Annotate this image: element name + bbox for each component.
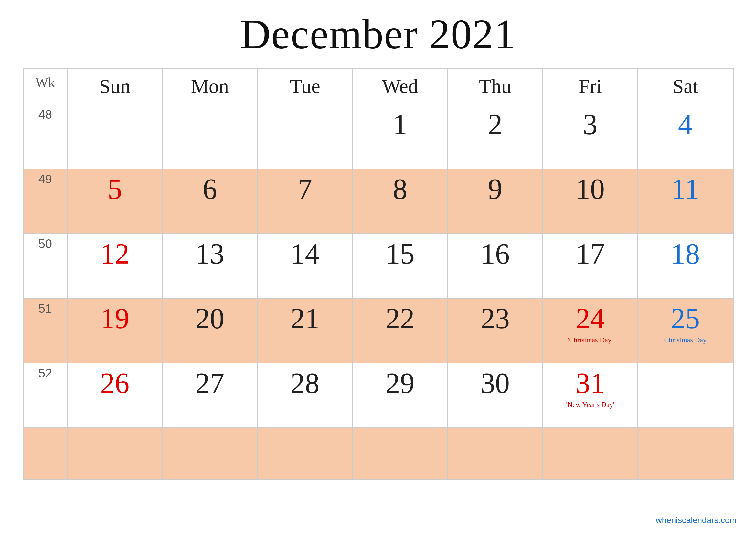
day-number: 28 <box>290 367 320 399</box>
day-cell: 1 <box>353 104 448 169</box>
header-wed: Wed <box>353 69 448 104</box>
day-number: 26 <box>100 367 129 399</box>
day-cell: 10 <box>543 169 638 234</box>
holiday-label: 'New Year's Day' <box>546 401 635 409</box>
day-cell: 29 <box>353 363 448 428</box>
day-cell: 9 <box>448 169 543 234</box>
watermark-text: wheniscalendars <box>656 515 718 525</box>
day-cell: 19 <box>67 298 162 363</box>
day-cell: 6 <box>162 169 257 234</box>
day-cell <box>162 104 257 169</box>
week-row: 51192021222324'Christmas Day'25Christmas… <box>23 298 733 363</box>
day-cell: 25Christmas Day <box>638 298 733 363</box>
empty-cell <box>543 428 638 479</box>
week-row: 481234 <box>23 104 733 169</box>
wk-cell: 48 <box>23 104 68 169</box>
day-cell: 13 <box>162 234 257 298</box>
day-cell: 14 <box>257 234 352 298</box>
day-number: 25 <box>671 302 700 334</box>
holiday-label: 'Christmas Day' <box>546 336 635 344</box>
week-row: 49567891011 <box>23 169 733 234</box>
day-cell: 2 <box>448 104 543 169</box>
day-number: 11 <box>671 173 699 205</box>
day-cell: 24'Christmas Day' <box>543 298 638 363</box>
day-number: 15 <box>386 238 415 270</box>
header-tue: Tue <box>257 69 352 104</box>
day-number: 20 <box>195 302 224 334</box>
day-number: 1 <box>393 108 407 140</box>
empty-cell <box>67 428 162 479</box>
day-number: 17 <box>576 238 605 270</box>
day-cell: 7 <box>257 169 352 234</box>
watermark-suffix: .com <box>718 515 737 525</box>
day-cell: 22 <box>353 298 448 363</box>
day-cell: 4 <box>638 104 733 169</box>
day-number: 22 <box>386 302 415 334</box>
calendar-table: Wk Sun Mon Tue Wed Thu Fri Sat 481234495… <box>23 68 734 480</box>
day-cell: 12 <box>67 234 162 298</box>
day-number: 24 <box>576 302 605 334</box>
watermark: wheniscalendars.com <box>656 515 737 525</box>
day-number: 9 <box>488 173 502 205</box>
day-number: 27 <box>195 367 224 399</box>
day-cell: 28 <box>257 363 352 428</box>
day-number: 16 <box>481 238 510 270</box>
day-cell: 30 <box>448 363 543 428</box>
empty-row <box>23 428 733 479</box>
header-sun: Sun <box>67 69 162 104</box>
day-number: 19 <box>100 302 129 334</box>
day-number: 14 <box>290 238 320 270</box>
day-number: 4 <box>678 108 693 140</box>
header-sat: Sat <box>638 69 733 104</box>
day-cell: 18 <box>638 234 733 298</box>
day-cell: 27 <box>162 363 257 428</box>
day-cell: 21 <box>257 298 352 363</box>
header-mon: Mon <box>162 69 257 104</box>
day-number: 2 <box>488 108 502 140</box>
day-cell <box>257 104 352 169</box>
empty-cell <box>448 428 543 479</box>
header-row: Wk Sun Mon Tue Wed Thu Fri Sat <box>23 69 733 104</box>
day-number: 12 <box>100 238 129 270</box>
day-cell: 3 <box>543 104 638 169</box>
day-number: 21 <box>290 302 320 334</box>
watermark-link[interactable]: wheniscalendars.com <box>656 515 737 525</box>
day-number: 18 <box>671 238 700 270</box>
day-cell: 23 <box>448 298 543 363</box>
day-cell: 26 <box>67 363 162 428</box>
day-cell: 17 <box>543 234 638 298</box>
calendar-title: December 2021 <box>23 10 734 58</box>
day-number: 6 <box>202 173 217 205</box>
day-cell: 15 <box>353 234 448 298</box>
empty-cell <box>162 428 257 479</box>
wk-cell: 51 <box>23 298 68 363</box>
day-number: 23 <box>481 302 510 334</box>
day-number: 5 <box>108 173 122 205</box>
empty-cell <box>257 428 352 479</box>
header-thu: Thu <box>448 69 543 104</box>
wk-cell: 52 <box>23 363 68 428</box>
week-row: 5012131415161718 <box>23 234 733 298</box>
day-cell: 16 <box>448 234 543 298</box>
empty-cell <box>638 428 733 479</box>
day-number: 3 <box>583 108 598 140</box>
day-cell: 8 <box>353 169 448 234</box>
week-row: 52262728293031'New Year's Day' <box>23 363 733 428</box>
wk-cell: 50 <box>23 234 68 298</box>
empty-cell <box>23 428 68 479</box>
day-cell: 20 <box>162 298 257 363</box>
header-fri: Fri <box>543 69 638 104</box>
day-cell: 31'New Year's Day' <box>543 363 638 428</box>
wk-header: Wk <box>23 69 68 104</box>
day-number: 29 <box>386 367 415 399</box>
day-number: 31 <box>576 367 605 399</box>
day-cell: 5 <box>67 169 162 234</box>
day-number: 8 <box>393 173 407 205</box>
day-number: 13 <box>195 238 224 270</box>
day-number: 30 <box>481 367 510 399</box>
day-cell <box>638 363 733 428</box>
empty-cell <box>353 428 448 479</box>
day-cell <box>67 104 162 169</box>
wk-cell: 49 <box>23 169 68 234</box>
calendar-container: December 2021 Wk Sun Mon Tue Wed Thu Fri… <box>23 0 734 480</box>
